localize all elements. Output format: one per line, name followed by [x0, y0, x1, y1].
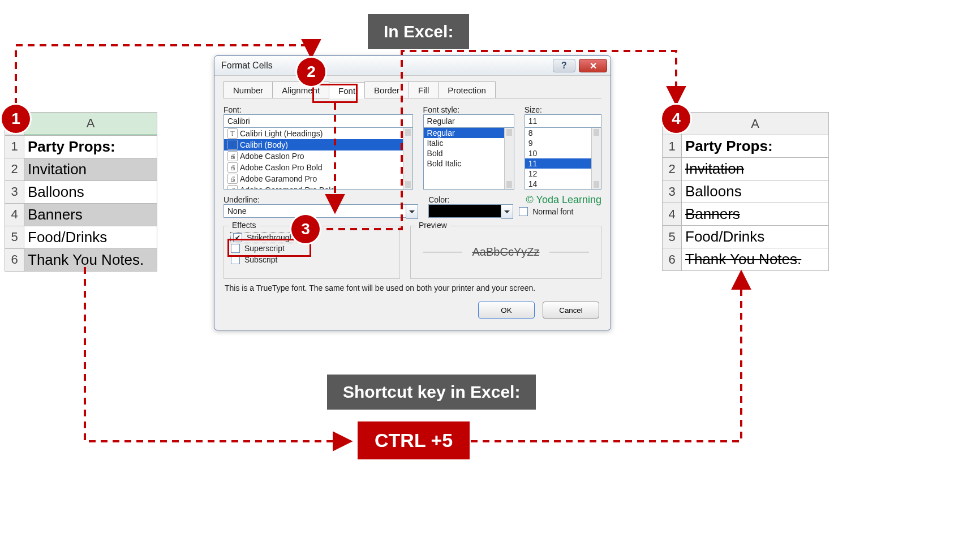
step-badge-1: 1 — [2, 105, 30, 133]
help-button[interactable]: ? — [553, 59, 575, 72]
chevron-down-icon[interactable] — [501, 204, 513, 219]
dialog-title: Format Cells — [221, 61, 273, 71]
row-header: 1 — [663, 135, 682, 158]
highlight-font-tab — [312, 84, 358, 103]
cell[interactable]: Thank You Notes. — [682, 248, 829, 271]
size-label: Size: — [525, 105, 601, 114]
font-listbox[interactable]: 𝕋Calibri Light (Headings)𝕋Calibri (Body)… — [223, 127, 413, 190]
dialog-tabstrip: NumberAlignmentFontBorderFillProtection — [223, 81, 601, 98]
cell[interactable]: Party Props: — [682, 135, 829, 158]
format-cells-dialog: Format Cells ? ✕ NumberAlignmentFontBord… — [214, 55, 611, 330]
font-type-icon: 𝕋 — [227, 140, 238, 150]
list-item[interactable]: 🖨Adobe Garamond Pro Bold — [224, 184, 412, 190]
tutorial-canvas: In Excel: 1 2 3 4 A 1Party Props:2Invita… — [0, 0, 980, 555]
effects-legend: Effects — [229, 221, 260, 230]
cell[interactable]: Party Props: — [24, 135, 157, 158]
row-header: 5 — [5, 226, 24, 248]
size-listbox[interactable]: 8910111214 — [525, 127, 601, 190]
list-item[interactable]: 14 — [525, 179, 601, 189]
title-in-excel: In Excel: — [368, 14, 469, 49]
cancel-button[interactable]: Cancel — [543, 302, 599, 319]
list-item[interactable]: 𝕋Calibri Light (Headings) — [224, 128, 412, 139]
list-item[interactable]: 🖨Adobe Garamond Pro — [224, 173, 412, 184]
preview-text: AaBbCcYyZz — [472, 246, 540, 259]
font-style-label: Font style: — [423, 105, 514, 114]
font-hint: This is a TrueType font. The same font w… — [223, 279, 601, 295]
color-combo[interactable] — [428, 204, 513, 219]
row-header: 5 — [663, 226, 682, 248]
watermark: © Yoda Learning — [526, 194, 601, 206]
font-type-icon: 🖨 — [227, 151, 238, 161]
row-header: 4 — [5, 203, 24, 226]
font-type-icon: 𝕋 — [227, 128, 238, 139]
row-header: 4 — [663, 203, 682, 226]
scrollbar[interactable] — [403, 128, 412, 189]
after-col-header: A — [682, 113, 829, 135]
cell[interactable]: Food/Drinks — [682, 226, 829, 248]
cell[interactable]: Banners — [24, 203, 157, 226]
cell[interactable]: Balloons — [682, 180, 829, 203]
list-item[interactable]: 10 — [525, 148, 601, 158]
font-style-listbox[interactable]: RegularItalicBoldBold Italic — [423, 127, 514, 190]
row-header: 6 — [663, 248, 682, 271]
underline-combo[interactable]: None — [223, 204, 418, 219]
ok-button[interactable]: OK — [478, 302, 535, 319]
font-type-icon: 🖨 — [227, 174, 238, 184]
step-badge-4: 4 — [662, 105, 690, 133]
scrollbar[interactable] — [504, 128, 514, 189]
list-item[interactable]: 🖨Adobe Caslon Pro — [224, 150, 412, 162]
cell[interactable]: Balloons — [24, 180, 157, 203]
list-item[interactable]: Italic — [424, 138, 514, 148]
normal-font-checkbox[interactable]: Normal font — [519, 206, 573, 217]
title-shortcut: Shortcut key in Excel: — [327, 375, 536, 410]
row-header: 2 — [5, 158, 24, 180]
font-label: Font: — [223, 105, 413, 114]
font-input[interactable]: Calibri — [223, 114, 413, 128]
step-badge-2: 2 — [297, 58, 325, 86]
normal-font-label: Normal font — [532, 207, 573, 216]
tab-fill[interactable]: Fill — [409, 81, 439, 98]
chevron-down-icon[interactable] — [406, 204, 418, 219]
cell[interactable]: Invitation — [682, 158, 829, 180]
close-button[interactable]: ✕ — [579, 59, 607, 72]
scrollbar[interactable] — [591, 128, 601, 189]
cell[interactable]: Food/Drinks — [24, 226, 157, 248]
preview-group: Preview AaBbCcYyZz — [410, 226, 601, 279]
list-item[interactable]: Bold Italic — [424, 158, 514, 169]
row-header: 3 — [663, 180, 682, 203]
list-item[interactable]: 🖨Adobe Caslon Pro Bold — [224, 162, 412, 173]
row-header: 3 — [5, 180, 24, 203]
step-badge-3: 3 — [291, 215, 320, 243]
list-item[interactable]: Regular — [424, 128, 514, 138]
row-header: 1 — [5, 135, 24, 158]
font-type-icon: 🖨 — [227, 162, 238, 173]
font-type-icon: 🖨 — [227, 185, 238, 190]
row-header: 2 — [663, 158, 682, 180]
cell[interactable]: Thank You Notes. — [24, 248, 157, 271]
font-style-input[interactable]: Regular — [423, 114, 514, 128]
size-input[interactable]: 11 — [525, 114, 601, 128]
list-item[interactable]: 11 — [525, 158, 601, 169]
list-item[interactable]: 12 — [525, 169, 601, 179]
list-item[interactable]: 𝕋Calibri (Body) — [224, 139, 412, 150]
list-item[interactable]: 8 — [525, 128, 601, 138]
shortcut-key-badge: CTRL +5 — [358, 421, 470, 459]
tab-protection[interactable]: Protection — [438, 81, 496, 98]
tab-number[interactable]: Number — [223, 81, 273, 98]
underline-label: Underline: — [223, 195, 418, 204]
list-item[interactable]: 9 — [525, 138, 601, 148]
before-col-header: A — [24, 113, 157, 135]
cell[interactable]: Banners — [682, 203, 829, 226]
cell[interactable]: Invitation — [24, 158, 157, 180]
list-item[interactable]: Bold — [424, 148, 514, 158]
tab-border[interactable]: Border — [364, 81, 409, 98]
preview-legend: Preview — [415, 221, 450, 230]
dialog-titlebar[interactable]: Format Cells ? ✕ — [214, 56, 611, 76]
row-header: 6 — [5, 248, 24, 271]
